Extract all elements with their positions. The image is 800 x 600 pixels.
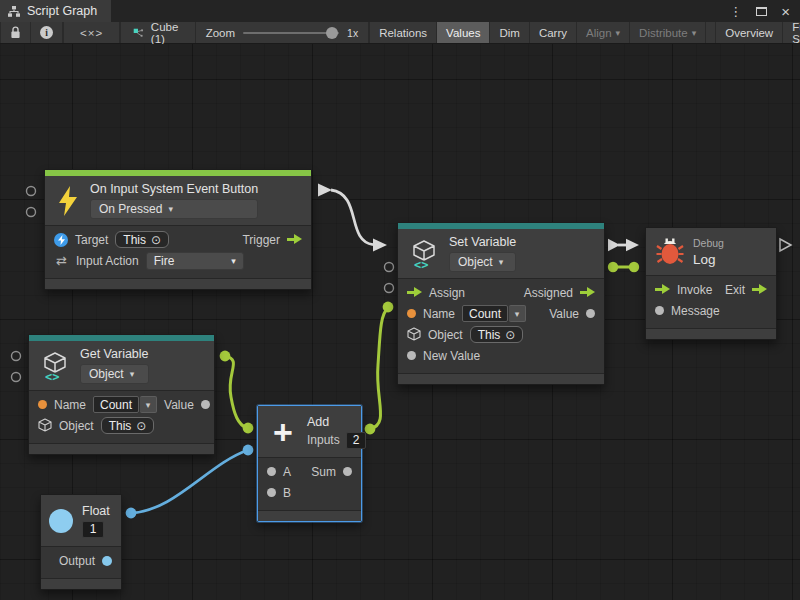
maximize-icon[interactable]: [756, 7, 767, 16]
lock-icon: [10, 26, 21, 39]
port-event-target-unconnected[interactable]: [27, 187, 36, 196]
values-label: Values: [446, 27, 480, 39]
wire-trigger-end-arrow[interactable]: [373, 239, 387, 252]
port-getvar-name-unconnected[interactable]: [12, 352, 21, 361]
graph-canvas[interactable]: On Input System Event Button On Pressed …: [0, 44, 800, 600]
assign-label: Assign: [429, 286, 465, 300]
assigned-output-port[interactable]: [580, 287, 595, 298]
self-target-icon: ⊙: [151, 233, 161, 247]
zoom-slider[interactable]: [243, 32, 339, 34]
zoom-slider-knob[interactable]: [326, 27, 338, 39]
name-input-port[interactable]: [38, 400, 47, 409]
get-variable-object-chip[interactable]: This ⊙: [101, 417, 155, 434]
b-label: B: [283, 486, 291, 500]
relations-button[interactable]: Relations: [369, 22, 437, 43]
node-add[interactable]: + Add Inputs 2 A Sum: [257, 405, 362, 522]
carry-button[interactable]: Carry: [530, 22, 577, 43]
variable-cube-icon: <>: [408, 238, 440, 270]
trigger-output-port[interactable]: [287, 234, 302, 245]
wire-assigned-end-arrow[interactable]: [626, 239, 639, 251]
overview-button[interactable]: Overview: [716, 22, 783, 43]
value-output-port[interactable]: [586, 309, 595, 318]
wire-float-b[interactable]: [131, 450, 248, 513]
port-setvar-object-unconnected[interactable]: [385, 284, 394, 293]
node-category: Debug: [693, 237, 724, 249]
new-value-input-port[interactable]: [407, 351, 416, 360]
angle-brackets-icon: <×>: [80, 27, 103, 39]
a-label: A: [283, 465, 291, 479]
get-variable-kind-dropdown[interactable]: Object ▾: [80, 364, 149, 384]
node-title: Float: [82, 504, 110, 518]
node-footer: [41, 578, 121, 589]
tab-script-graph[interactable]: Script Graph: [0, 0, 111, 22]
port-getvar-object-unconnected[interactable]: [12, 373, 21, 382]
title-bar: Script Graph ⋮ ×: [0, 0, 800, 22]
inputs-count-field[interactable]: 2: [346, 432, 367, 449]
node-on-input-system-event-button[interactable]: On Input System Event Button On Pressed …: [44, 169, 312, 290]
code-view-button[interactable]: <×>: [64, 22, 120, 43]
wire-getvalue-a[interactable]: [225, 356, 247, 428]
trigger-label: Trigger: [242, 233, 280, 247]
align-button[interactable]: Align▾: [577, 22, 630, 43]
wire-sum-newvalue-end[interactable]: [383, 302, 394, 313]
wire-getvalue-a-end[interactable]: [243, 423, 254, 434]
variable-name-dropdown[interactable]: Count ▾: [93, 396, 157, 413]
a-input-port[interactable]: [267, 467, 276, 476]
values-button[interactable]: Values: [437, 22, 490, 43]
lock-button[interactable]: [0, 22, 31, 43]
wire-trigger-assign[interactable]: [331, 190, 373, 245]
distribute-label: Distribute: [639, 27, 688, 39]
node-title: On Input System Event Button: [90, 182, 258, 196]
node-debug-log[interactable]: Debug Log Invoke Exit Message: [645, 227, 777, 340]
wire-float-b-end[interactable]: [243, 445, 254, 456]
node-title: Log: [693, 252, 724, 267]
port-setvar-name-unconnected[interactable]: [385, 263, 394, 272]
message-input-port[interactable]: [655, 306, 664, 315]
chevron-down-icon: ▾: [692, 28, 697, 38]
set-variable-kind-dropdown[interactable]: Object ▾: [449, 252, 516, 272]
variable-name-dropdown[interactable]: Count ▾: [462, 305, 526, 322]
node-footer: [29, 443, 214, 454]
float-value-field[interactable]: 1: [82, 521, 104, 538]
name-label: Name: [423, 307, 455, 321]
output-port[interactable]: [102, 556, 112, 566]
node-footer: [398, 373, 604, 384]
inputs-label: Inputs: [307, 433, 340, 447]
b-input-port[interactable]: [267, 488, 276, 497]
sum-label: Sum: [311, 465, 336, 479]
graph-target-icon: [133, 26, 144, 40]
set-variable-object-chip[interactable]: This ⊙: [470, 326, 524, 343]
wire-value-message-end[interactable]: [629, 262, 639, 272]
value-label: Value: [549, 307, 579, 321]
event-mode-value: On Pressed: [99, 202, 162, 216]
wire-trigger-start-arrow[interactable]: [318, 184, 332, 197]
dim-button[interactable]: Dim: [490, 22, 529, 43]
message-label: Message: [671, 304, 720, 318]
graph-hierarchy-icon: [7, 5, 21, 18]
sum-output-port[interactable]: [343, 467, 352, 476]
distribute-button[interactable]: Distribute▾: [630, 22, 706, 43]
close-icon[interactable]: ×: [781, 4, 790, 19]
invoke-input-port[interactable]: [655, 284, 670, 295]
new-value-label: New Value: [423, 349, 480, 363]
event-mode-dropdown[interactable]: On Pressed ▾: [90, 199, 258, 219]
self-target-icon: ⊙: [505, 328, 515, 342]
window-menu-icon[interactable]: ⋮: [729, 5, 742, 18]
value-output-port[interactable]: [201, 400, 210, 409]
name-label: Name: [54, 398, 86, 412]
exit-output-port[interactable]: [752, 284, 767, 295]
dim-label: Dim: [499, 27, 519, 39]
inspect-button[interactable]: i: [31, 22, 63, 43]
wire-sum-newvalue[interactable]: [370, 308, 388, 429]
graph-target-button[interactable]: Cube (1): [121, 22, 196, 43]
node-set-variable[interactable]: <> Set Variable Object ▾ Assign Assigned: [397, 222, 605, 385]
input-action-dropdown[interactable]: Fire ▾: [146, 252, 244, 270]
node-get-variable[interactable]: <> Get Variable Object ▾ Name Count ▾: [28, 334, 215, 455]
name-input-port[interactable]: [407, 309, 416, 318]
port-exit-unconnected[interactable]: [780, 239, 791, 251]
fullscreen-button[interactable]: Full Screen: [783, 22, 800, 43]
event-target-object-chip[interactable]: This ⊙: [115, 231, 169, 248]
node-float-literal[interactable]: Float 1 Output: [40, 494, 122, 590]
assign-input-port[interactable]: [407, 287, 422, 298]
port-event-action-unconnected[interactable]: [27, 208, 36, 217]
